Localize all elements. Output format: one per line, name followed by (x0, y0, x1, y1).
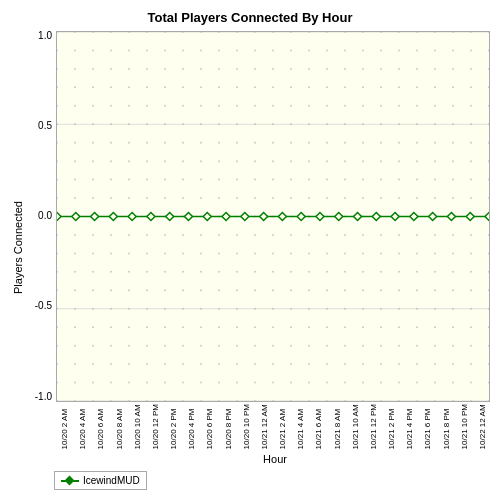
svg-point-443 (380, 345, 382, 347)
svg-point-340 (326, 271, 328, 273)
svg-point-361 (254, 289, 256, 291)
svg-point-511 (254, 400, 256, 401)
svg-point-75 (57, 86, 58, 88)
svg-point-277 (92, 234, 94, 236)
svg-point-157 (182, 142, 184, 144)
svg-point-238 (290, 197, 292, 199)
svg-point-497 (452, 382, 454, 384)
x-ticks: 10/20 2 AM10/20 4 AM10/20 6 AM10/20 8 AM… (60, 404, 490, 449)
svg-point-307 (182, 252, 184, 254)
svg-point-319 (398, 252, 400, 254)
svg-point-282 (182, 234, 184, 236)
x-tick-label: 10/20 4 PM (187, 404, 199, 449)
x-tick-label: 10/20 2 PM (169, 404, 181, 449)
svg-point-420 (416, 326, 418, 328)
svg-point-51 (74, 68, 76, 70)
svg-point-309 (218, 252, 220, 254)
svg-point-68 (380, 68, 382, 70)
svg-point-362 (272, 289, 274, 291)
svg-point-467 (362, 363, 364, 365)
x-tick-label: 10/20 10 PM (242, 404, 254, 449)
svg-marker-541 (260, 213, 268, 221)
svg-point-226 (74, 197, 76, 199)
grid-svg (57, 32, 489, 401)
svg-point-57 (182, 68, 184, 70)
svg-point-491 (344, 382, 346, 384)
svg-point-237 (272, 197, 274, 199)
svg-point-40 (326, 49, 328, 51)
svg-point-335 (236, 271, 238, 273)
svg-point-446 (434, 345, 436, 347)
svg-point-516 (344, 400, 346, 401)
svg-point-66 (344, 68, 346, 70)
svg-point-224 (488, 179, 489, 181)
svg-point-400 (57, 326, 58, 328)
svg-point-480 (146, 382, 148, 384)
svg-point-166 (344, 142, 346, 144)
svg-point-463 (290, 363, 292, 365)
svg-point-507 (182, 400, 184, 401)
legend-icon (61, 476, 79, 486)
x-tick-label: 10/20 2 AM (60, 404, 72, 449)
svg-point-228 (110, 197, 112, 199)
svg-point-98 (470, 86, 472, 88)
svg-point-418 (380, 326, 382, 328)
svg-point-440 (326, 345, 328, 347)
svg-point-353 (110, 289, 112, 291)
svg-point-83 (200, 86, 202, 88)
svg-point-428 (110, 345, 112, 347)
svg-point-247 (452, 197, 454, 199)
x-axis-label: Hour (60, 453, 490, 465)
svg-point-106 (164, 105, 166, 107)
svg-point-332 (182, 271, 184, 273)
svg-marker-551 (447, 213, 455, 221)
svg-point-245 (416, 197, 418, 199)
svg-marker-530 (57, 213, 61, 221)
svg-point-308 (200, 252, 202, 254)
svg-point-95 (416, 86, 418, 88)
svg-point-405 (146, 326, 148, 328)
svg-point-489 (308, 382, 310, 384)
svg-point-243 (380, 197, 382, 199)
svg-point-439 (308, 345, 310, 347)
svg-point-223 (470, 179, 472, 181)
svg-point-284 (218, 234, 220, 236)
svg-point-219 (398, 179, 400, 181)
svg-point-445 (416, 345, 418, 347)
svg-point-182 (182, 160, 184, 162)
svg-point-496 (434, 382, 436, 384)
svg-point-341 (344, 271, 346, 273)
svg-point-72 (452, 68, 454, 70)
svg-point-246 (434, 197, 436, 199)
svg-point-521 (434, 400, 436, 401)
svg-point-85 (236, 86, 238, 88)
svg-point-239 (308, 197, 310, 199)
svg-point-345 (416, 271, 418, 273)
svg-point-500 (57, 400, 58, 401)
svg-point-236 (254, 197, 256, 199)
svg-point-453 (110, 363, 112, 365)
svg-point-407 (182, 326, 184, 328)
svg-point-358 (200, 289, 202, 291)
svg-point-117 (362, 105, 364, 107)
x-tick-label: 10/20 6 AM (96, 404, 108, 449)
svg-point-112 (272, 105, 274, 107)
svg-point-124 (488, 105, 489, 107)
svg-point-314 (308, 252, 310, 254)
svg-point-248 (470, 197, 472, 199)
svg-marker-542 (278, 213, 286, 221)
svg-point-92 (362, 86, 364, 88)
svg-point-171 (434, 142, 436, 144)
svg-point-347 (452, 271, 454, 273)
svg-point-159 (218, 142, 220, 144)
svg-point-104 (128, 105, 130, 107)
svg-point-115 (326, 105, 328, 107)
svg-point-55 (146, 68, 148, 70)
svg-marker-534 (128, 213, 136, 221)
svg-point-348 (470, 271, 472, 273)
svg-point-290 (326, 234, 328, 236)
svg-point-442 (362, 345, 364, 347)
svg-point-175 (57, 160, 58, 162)
svg-point-427 (92, 345, 94, 347)
svg-point-80 (146, 86, 148, 88)
